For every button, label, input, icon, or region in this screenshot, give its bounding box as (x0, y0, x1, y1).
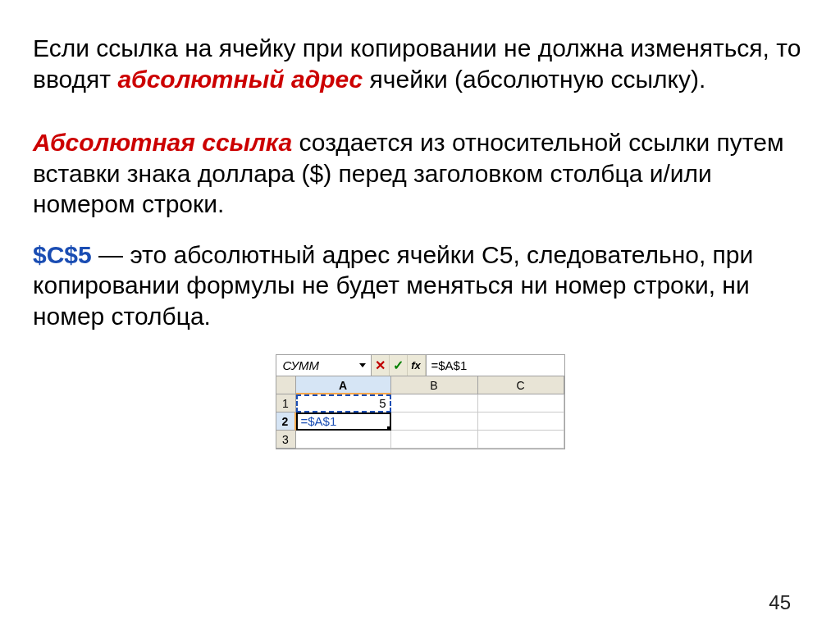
row-header-3[interactable]: 3 (276, 431, 296, 449)
close-icon: ✕ (375, 358, 386, 373)
chevron-down-icon (359, 363, 366, 367)
cell-a1-value: 5 (379, 396, 386, 410)
paragraph-1: Если ссылка на ячейку при копировании не… (33, 33, 807, 94)
p2-emphasis: Абсолютная ссылка (33, 129, 292, 156)
formula-bar: СУММ ✕ ✓ fx =$A$1 (276, 355, 564, 376)
p1-text-2: ячейки (абсолютную ссылку). (363, 66, 705, 93)
formula-value: =$A$1 (431, 358, 468, 372)
cell-a2-value: =$A$1 (301, 414, 337, 428)
p1-emphasis: абсолютный адрес (117, 66, 363, 93)
excel-screenshot: СУММ ✕ ✓ fx =$A$1 A B C 1 5 2 =$A$1 (276, 354, 565, 449)
paragraph-2: Абсолютная ссылка создается из относител… (33, 127, 807, 220)
cell-b1[interactable] (391, 394, 478, 412)
cell-b2[interactable] (391, 412, 478, 431)
page-number: 45 (769, 591, 791, 614)
cell-c1[interactable] (478, 394, 564, 412)
cell-a3[interactable] (296, 431, 391, 449)
row-header-2[interactable]: 2 (276, 412, 296, 431)
name-box[interactable]: СУММ (276, 355, 372, 376)
enter-button[interactable]: ✓ (390, 355, 408, 376)
check-icon: ✓ (393, 358, 404, 373)
p3-code: $C$5 (33, 241, 92, 268)
col-header-a[interactable]: A (296, 376, 391, 394)
col-header-c[interactable]: C (478, 376, 564, 394)
fx-button[interactable]: fx (408, 355, 426, 376)
cell-c3[interactable] (478, 431, 564, 449)
cell-a1[interactable]: 5 (296, 394, 391, 412)
cell-c2[interactable] (478, 412, 564, 431)
fx-icon: fx (411, 359, 421, 371)
cell-b3[interactable] (391, 431, 478, 449)
row-header-1[interactable]: 1 (276, 394, 296, 412)
p3-text-1: — это абсолютный адрес ячейки С5, следов… (33, 241, 753, 330)
spreadsheet-grid: A B C 1 5 2 =$A$1 3 (276, 376, 564, 449)
formula-input[interactable]: =$A$1 (426, 355, 564, 376)
col-header-b[interactable]: B (391, 376, 478, 394)
select-all-corner[interactable] (276, 376, 296, 394)
cell-a2[interactable]: =$A$1 (296, 412, 391, 431)
paragraph-3: $C$5 — это абсолютный адрес ячейки С5, с… (33, 239, 807, 332)
cancel-button[interactable]: ✕ (372, 355, 390, 376)
name-box-value: СУММ (283, 358, 320, 372)
